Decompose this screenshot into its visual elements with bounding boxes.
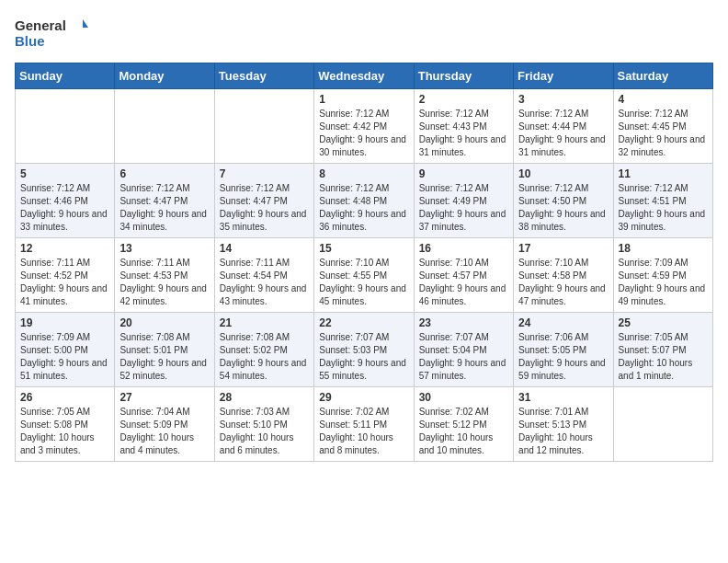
day-number: 20 [119,316,209,329]
day-info: Sunrise: 7:08 AM Sunset: 5:01 PM Dayligh… [119,331,209,383]
calendar-cell: 7 Sunrise: 7:12 AM Sunset: 4:47 PM Dayli… [214,164,313,238]
calendar-cell: 4 Sunrise: 7:12 AM Sunset: 4:45 PM Dayli… [613,89,712,164]
day-number: 17 [518,242,608,255]
calendar-cell: 14 Sunrise: 7:11 AM Sunset: 4:54 PM Dayl… [214,238,313,313]
day-number: 28 [220,391,309,404]
calendar-cell: 19 Sunrise: 7:09 AM Sunset: 5:00 PM Dayl… [16,313,115,387]
day-number: 12 [20,242,109,255]
day-info: Sunrise: 7:12 AM Sunset: 4:51 PM Dayligh… [619,182,708,234]
day-number: 1 [319,93,408,106]
day-info: Sunrise: 7:02 AM Sunset: 5:12 PM Dayligh… [419,406,508,457]
day-number: 31 [518,391,608,404]
day-number: 25 [619,316,708,329]
calendar-cell: 20 Sunrise: 7:08 AM Sunset: 5:01 PM Dayl… [115,313,214,387]
calendar-cell: 1 Sunrise: 7:12 AM Sunset: 4:42 PM Dayli… [314,89,414,164]
calendar-week-4: 19 Sunrise: 7:09 AM Sunset: 5:00 PM Dayl… [16,313,713,387]
calendar-cell [115,89,214,164]
day-number: 23 [419,316,508,329]
calendar-cell: 11 Sunrise: 7:12 AM Sunset: 4:51 PM Dayl… [613,164,712,238]
svg-marker-2 [83,19,88,28]
calendar-cell: 6 Sunrise: 7:12 AM Sunset: 4:47 PM Dayli… [115,164,214,238]
calendar-cell: 25 Sunrise: 7:05 AM Sunset: 5:07 PM Dayl… [613,313,712,387]
calendar-cell [214,89,313,164]
day-info: Sunrise: 7:09 AM Sunset: 5:00 PM Dayligh… [20,331,109,383]
calendar-cell: 29 Sunrise: 7:02 AM Sunset: 5:11 PM Dayl… [314,387,414,462]
day-info: Sunrise: 7:08 AM Sunset: 5:02 PM Dayligh… [220,331,309,383]
calendar-cell: 8 Sunrise: 7:12 AM Sunset: 4:48 PM Dayli… [314,164,414,238]
day-number: 9 [419,167,508,180]
day-number: 5 [20,167,109,180]
calendar-cell: 16 Sunrise: 7:10 AM Sunset: 4:57 PM Dayl… [414,238,513,313]
day-info: Sunrise: 7:09 AM Sunset: 4:59 PM Dayligh… [619,257,708,308]
day-info: Sunrise: 7:10 AM Sunset: 4:57 PM Dayligh… [419,257,508,308]
day-number: 21 [220,316,309,329]
calendar-week-3: 12 Sunrise: 7:11 AM Sunset: 4:52 PM Dayl… [16,238,713,313]
svg-text:Blue: Blue [15,33,45,49]
calendar-cell: 28 Sunrise: 7:03 AM Sunset: 5:10 PM Dayl… [214,387,313,462]
calendar-cell: 2 Sunrise: 7:12 AM Sunset: 4:43 PM Dayli… [414,89,513,164]
calendar-cell [613,387,712,462]
weekday-header-row: SundayMondayTuesdayWednesdayThursdayFrid… [16,63,713,89]
day-info: Sunrise: 7:12 AM Sunset: 4:47 PM Dayligh… [220,182,309,234]
day-number: 15 [319,242,408,255]
day-info: Sunrise: 7:12 AM Sunset: 4:47 PM Dayligh… [119,182,209,234]
calendar-cell: 13 Sunrise: 7:11 AM Sunset: 4:53 PM Dayl… [115,238,214,313]
day-info: Sunrise: 7:01 AM Sunset: 5:13 PM Dayligh… [518,406,608,457]
calendar-cell: 3 Sunrise: 7:12 AM Sunset: 4:44 PM Dayli… [514,89,613,164]
calendar-week-2: 5 Sunrise: 7:12 AM Sunset: 4:46 PM Dayli… [16,164,713,238]
calendar-cell: 5 Sunrise: 7:12 AM Sunset: 4:46 PM Dayli… [16,164,115,238]
day-info: Sunrise: 7:04 AM Sunset: 5:09 PM Dayligh… [119,406,209,457]
calendar-cell: 17 Sunrise: 7:10 AM Sunset: 4:58 PM Dayl… [514,238,613,313]
day-info: Sunrise: 7:06 AM Sunset: 5:05 PM Dayligh… [518,331,608,383]
weekday-header-wednesday: Wednesday [314,63,414,89]
day-number: 2 [419,93,508,106]
day-number: 26 [20,391,109,404]
day-info: Sunrise: 7:12 AM Sunset: 4:42 PM Dayligh… [319,108,408,159]
day-number: 13 [119,242,209,255]
day-info: Sunrise: 7:02 AM Sunset: 5:11 PM Dayligh… [319,406,408,457]
calendar-cell: 18 Sunrise: 7:09 AM Sunset: 4:59 PM Dayl… [613,238,712,313]
day-number: 7 [220,167,309,180]
weekday-header-thursday: Thursday [414,63,513,89]
calendar-cell [16,89,115,164]
day-number: 22 [319,316,408,329]
day-info: Sunrise: 7:07 AM Sunset: 5:04 PM Dayligh… [419,331,508,383]
day-info: Sunrise: 7:12 AM Sunset: 4:45 PM Dayligh… [619,108,708,159]
day-info: Sunrise: 7:12 AM Sunset: 4:46 PM Dayligh… [20,182,109,234]
day-info: Sunrise: 7:12 AM Sunset: 4:48 PM Dayligh… [319,182,408,234]
day-info: Sunrise: 7:11 AM Sunset: 4:53 PM Dayligh… [119,257,209,308]
day-number: 10 [518,167,608,180]
weekday-header-sunday: Sunday [16,63,115,89]
svg-text:General: General [15,17,66,33]
day-number: 14 [220,242,309,255]
day-number: 19 [20,316,109,329]
day-info: Sunrise: 7:12 AM Sunset: 4:43 PM Dayligh… [419,108,508,159]
weekday-header-monday: Monday [115,63,214,89]
calendar-cell: 9 Sunrise: 7:12 AM Sunset: 4:49 PM Dayli… [414,164,513,238]
day-number: 30 [419,391,508,404]
day-info: Sunrise: 7:11 AM Sunset: 4:52 PM Dayligh… [20,257,109,308]
logo: General Blue [15,15,88,52]
day-info: Sunrise: 7:12 AM Sunset: 4:50 PM Dayligh… [518,182,608,234]
calendar-week-5: 26 Sunrise: 7:05 AM Sunset: 5:08 PM Dayl… [16,387,713,462]
day-number: 11 [619,167,708,180]
day-info: Sunrise: 7:12 AM Sunset: 4:44 PM Dayligh… [518,108,608,159]
day-number: 3 [518,93,608,106]
calendar-cell: 10 Sunrise: 7:12 AM Sunset: 4:50 PM Dayl… [514,164,613,238]
day-info: Sunrise: 7:10 AM Sunset: 4:58 PM Dayligh… [518,257,608,308]
weekday-header-friday: Friday [514,63,613,89]
calendar-cell: 22 Sunrise: 7:07 AM Sunset: 5:03 PM Dayl… [314,313,414,387]
calendar-cell: 26 Sunrise: 7:05 AM Sunset: 5:08 PM Dayl… [16,387,115,462]
day-number: 16 [419,242,508,255]
calendar-cell: 24 Sunrise: 7:06 AM Sunset: 5:05 PM Dayl… [514,313,613,387]
calendar-cell: 21 Sunrise: 7:08 AM Sunset: 5:02 PM Dayl… [214,313,313,387]
calendar-week-1: 1 Sunrise: 7:12 AM Sunset: 4:42 PM Dayli… [16,89,713,164]
calendar-table: SundayMondayTuesdayWednesdayThursdayFrid… [15,63,713,462]
day-number: 29 [319,391,408,404]
calendar-cell: 12 Sunrise: 7:11 AM Sunset: 4:52 PM Dayl… [16,238,115,313]
day-number: 6 [119,167,209,180]
day-info: Sunrise: 7:05 AM Sunset: 5:07 PM Dayligh… [619,331,708,383]
day-info: Sunrise: 7:05 AM Sunset: 5:08 PM Dayligh… [20,406,109,457]
day-info: Sunrise: 7:07 AM Sunset: 5:03 PM Dayligh… [319,331,408,383]
weekday-header-saturday: Saturday [613,63,712,89]
